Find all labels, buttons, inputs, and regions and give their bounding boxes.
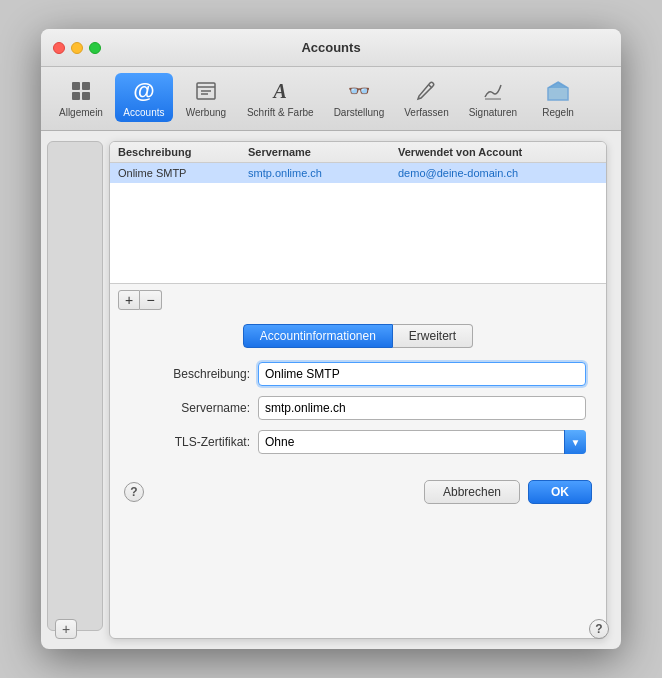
svg-marker-11 [548,82,568,88]
table-body: Onlime SMTP smtp.onlime.ch demo@deine-do… [110,163,606,283]
col-header-servername: Servername [248,146,398,158]
title-bar: Accounts [41,29,621,67]
main-content: Beschreibung Servername Verwendet von Ac… [41,131,621,649]
toolbar-label-schrift: Schrift & Farbe [247,107,314,118]
remove-server-button[interactable]: − [140,290,162,310]
servername-row: Servername: [130,396,586,420]
toolbar-item-darstellung[interactable]: 👓 Darstellung [326,73,393,122]
verfassen-icon [412,77,440,105]
tls-label: TLS-Zertifikat: [130,435,250,449]
maximize-button[interactable] [89,42,101,54]
tls-select[interactable]: Ohne Mit Automatisch [258,430,586,454]
toolbar-label-signaturen: Signaturen [469,107,517,118]
close-button[interactable] [53,42,65,54]
cell-description: Onlime SMTP [118,167,248,179]
col-header-account: Verwendet von Account [398,146,598,158]
tls-row: TLS-Zertifikat: Ohne Mit Automatisch ▼ [130,430,586,454]
tab-accountinfo[interactable]: Accountinformationen [243,324,393,348]
add-server-button[interactable]: + [118,290,140,310]
toolbar-item-verfassen[interactable]: Verfassen [396,73,456,122]
table-controls: + − [110,284,606,316]
app-window: Accounts Allgemein @ Accounts [41,29,621,649]
toolbar-item-schrift[interactable]: A Schrift & Farbe [239,73,322,122]
svg-line-8 [429,85,432,88]
werbung-icon [192,77,220,105]
regeln-icon [544,77,572,105]
beschreibung-row: Beschreibung: [130,362,586,386]
form-section: Beschreibung: Servername: TLS-Zertifikat… [110,348,606,468]
table-empty-area [110,183,606,273]
servername-label: Servername: [130,401,250,415]
tab-erweitert[interactable]: Erweitert [393,324,473,348]
svg-rect-2 [72,92,80,100]
cell-server: smtp.onlime.ch [248,167,398,179]
servername-input[interactable] [258,396,586,420]
tabs-section: Accountinformationen Erweitert [110,316,606,348]
toolbar-item-regeln[interactable]: Regeln [529,73,587,122]
allgemein-icon [67,77,95,105]
toolbar-label-darstellung: Darstellung [334,107,385,118]
beschreibung-input[interactable] [258,362,586,386]
toolbar-item-signaturen[interactable]: Signaturen [461,73,525,122]
dialog-footer: ? Abbrechen OK [110,468,606,518]
server-table: Beschreibung Servername Verwendet von Ac… [110,142,606,284]
accounts-icon: @ [130,77,158,105]
add-tab-button[interactable]: + [55,619,77,639]
schrift-icon: A [266,77,294,105]
toolbar-label-regeln: Regeln [542,107,574,118]
toolbar: Allgemein @ Accounts Werbung A Schrift &… [41,67,621,131]
tls-select-wrapper: Ohne Mit Automatisch ▼ [258,430,586,454]
svg-rect-0 [72,82,80,90]
toolbar-item-werbung[interactable]: Werbung [177,73,235,122]
window-title: Accounts [301,40,360,55]
signaturen-icon [479,77,507,105]
toolbar-label-accounts: Accounts [123,107,164,118]
beschreibung-label: Beschreibung: [130,367,250,381]
toolbar-item-allgemein[interactable]: Allgemein [51,73,111,122]
cell-account: demo@deine-domain.ch [398,167,598,179]
minimize-button[interactable] [71,42,83,54]
cancel-button[interactable]: Abbrechen [424,480,520,504]
svg-rect-3 [82,92,90,100]
darstellung-icon: 👓 [345,77,373,105]
dialog-panel: Beschreibung Servername Verwendet von Ac… [109,141,607,639]
svg-rect-1 [82,82,90,90]
table-row[interactable]: Onlime SMTP smtp.onlime.ch demo@deine-do… [110,163,606,183]
toolbar-label-verfassen: Verfassen [404,107,448,118]
toolbar-label-werbung: Werbung [186,107,226,118]
table-header: Beschreibung Servername Verwendet von Ac… [110,142,606,163]
traffic-lights [53,42,101,54]
bottom-help-button[interactable]: ? [589,619,609,639]
col-header-beschreibung: Beschreibung [118,146,248,158]
background-card [47,141,103,631]
toolbar-item-accounts[interactable]: @ Accounts [115,73,173,122]
ok-button[interactable]: OK [528,480,592,504]
footer-buttons: Abbrechen OK [424,480,592,504]
toolbar-label-allgemein: Allgemein [59,107,103,118]
help-button[interactable]: ? [124,482,144,502]
